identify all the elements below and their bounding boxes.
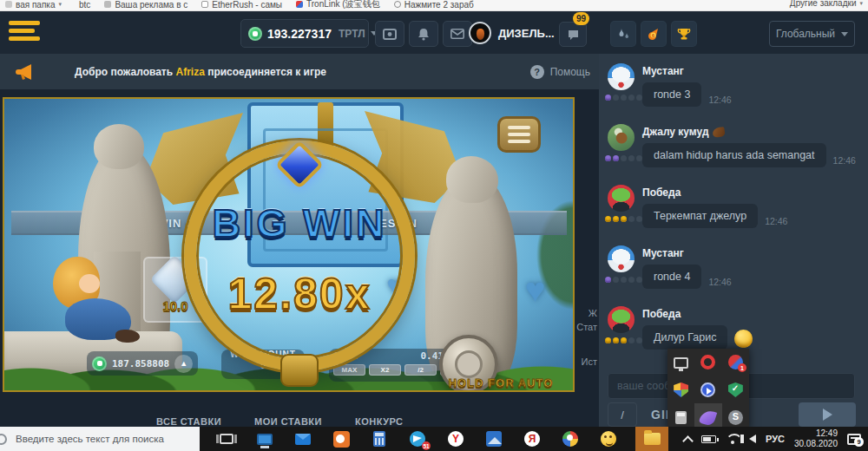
contest-button[interactable]: [671, 21, 697, 47]
taskbar-app-palette[interactable]: [559, 427, 582, 451]
side-label: Ж: [562, 308, 597, 318]
slash-command-button[interactable]: /: [608, 402, 637, 427]
rain-button[interactable]: [610, 21, 636, 47]
taskbar-search[interactable]: [0, 427, 200, 451]
tray-item-badged-app[interactable]: [722, 349, 749, 376]
tab-0[interactable]: ВСЕ СТАВКИ: [156, 416, 221, 427]
taskbar-app-video[interactable]: [330, 427, 352, 451]
taskbar-app-telegram[interactable]: 51: [406, 427, 429, 451]
rank-badge-dim: [621, 277, 627, 283]
chat-time: 12:46: [708, 95, 731, 107]
language-indicator[interactable]: РУС: [766, 434, 785, 444]
taskbar-app-taskview[interactable]: [215, 427, 238, 451]
taskbar-app-explorer[interactable]: [635, 427, 668, 451]
bet-MAX-button[interactable]: MAX: [333, 364, 365, 376]
rank-badges: [605, 216, 642, 222]
bet-div2-button[interactable]: /2: [404, 364, 437, 376]
folder-favicon: [5, 1, 12, 8]
laughing-emoji: [734, 330, 753, 348]
bookmark-item[interactable]: вая папка▾: [5, 0, 62, 10]
bookmark-item[interactable]: btc: [76, 0, 90, 10]
speaker-icon[interactable]: [749, 435, 756, 443]
user-avatar[interactable]: [608, 124, 635, 151]
vault-button[interactable]: [375, 21, 404, 47]
tray-item-green-shield[interactable]: [722, 376, 749, 404]
rank-badge-lit: [605, 95, 611, 101]
chat-toggle-button[interactable]: [559, 22, 587, 47]
tray-item-monitor[interactable]: [667, 349, 694, 376]
tab-2[interactable]: КОНКУРС: [355, 416, 404, 427]
tray-item-media-player[interactable]: [694, 376, 721, 404]
windows-taskbar: 51YЯ РУС 12:49 30.08.2020 9: [0, 427, 868, 451]
balance-selector[interactable]: 193.227317 ТРТЛ: [240, 19, 369, 48]
trophy-icon: [677, 28, 691, 41]
bookmark-item[interactable]: TronLink (波宝钱包: [296, 0, 380, 10]
taskbar-app-photos[interactable]: [483, 427, 505, 451]
character-girl-face: [79, 274, 100, 293]
chat-username[interactable]: Мустанг: [642, 65, 861, 77]
ad-favicon: [104, 1, 111, 8]
horse-emoji: [712, 127, 725, 138]
tab-1[interactable]: МОИ СТАВКИ: [254, 416, 322, 427]
taskbar-app-comp[interactable]: [253, 427, 276, 451]
game-menu-button[interactable]: [497, 116, 541, 153]
chat-message-left: [604, 245, 642, 295]
tray-item-defender[interactable]: [667, 376, 694, 404]
rank-badge-dim: [628, 277, 635, 283]
user-avatar[interactable]: [608, 63, 635, 90]
chat-message-body: Победа Теркемпат джелур 12:46: [642, 185, 861, 234]
chat-username[interactable]: Победа: [642, 186, 861, 199]
announcement-player-name: Afriza: [175, 66, 204, 78]
user-avatar[interactable]: [608, 245, 635, 272]
taskbar-app-calc[interactable]: [368, 427, 391, 451]
rank-badge-lit: [613, 337, 619, 343]
notification-badge: 9: [854, 437, 864, 447]
deposit-arrow-button[interactable]: ▲: [174, 355, 193, 373]
user-avatar[interactable]: [608, 306, 635, 333]
menu-hamburger-button[interactable]: [9, 21, 40, 43]
taskbar-app-smiley[interactable]: [597, 427, 620, 451]
battery-icon[interactable]: [701, 435, 716, 443]
mail-icon: [295, 434, 311, 445]
messages-button[interactable]: [443, 21, 472, 47]
badged-app-icon: [728, 355, 743, 369]
user-avatar[interactable]: [608, 185, 635, 212]
taskbar-apps: 51YЯ: [215, 427, 668, 451]
bookmark-item[interactable]: EtherRush - самы: [201, 0, 282, 10]
rank-badge-dim: [628, 216, 635, 222]
yabro-icon: Я: [524, 431, 540, 447]
fireball-button[interactable]: 6: [641, 21, 667, 47]
chat-username[interactable]: Победа: [642, 308, 861, 320]
chat-messages: Мустанг ronde 3 12:46 Джалу кумуд dalam …: [599, 54, 868, 367]
chat-message-body: Мустанг ronde 4 12:46: [642, 245, 861, 295]
envelope-icon: [450, 29, 464, 39]
taskbar-search-input[interactable]: [16, 434, 194, 444]
taskbar-app-mail[interactable]: [292, 427, 314, 451]
help-button[interactable]: ? Помощь: [530, 65, 590, 79]
taskbar-app-yandex[interactable]: Y: [444, 427, 467, 451]
send-message-button[interactable]: [799, 402, 856, 427]
notifications-button[interactable]: [409, 21, 438, 47]
notification-center-icon[interactable]: 9: [847, 434, 861, 445]
chat-message-left: [604, 63, 642, 113]
taskbar-clock[interactable]: 12:49 30.08.2020: [794, 428, 838, 450]
chat-username[interactable]: Мустанг: [642, 247, 861, 259]
side-label: Стат: [562, 322, 597, 332]
wifi-icon[interactable]: [726, 434, 740, 444]
bookmark-item[interactable]: Ваша реклама в с: [104, 0, 187, 10]
other-bookmarks[interactable]: Другие закладки ▾: [790, 0, 863, 8]
tray-item-opera[interactable]: [694, 349, 721, 376]
chat-room-selector[interactable]: Глобальный: [769, 21, 855, 47]
bookmark-item[interactable]: Нажмите 2 зараб: [394, 0, 474, 10]
taskbar-app-yabro[interactable]: Я: [521, 427, 543, 451]
bet-X2-button[interactable]: X2: [369, 364, 401, 376]
chat-bubble: Дилур Гарис: [642, 325, 727, 350]
help-label: Помощь: [550, 66, 590, 78]
video-icon: [333, 431, 350, 448]
chat-time: 12:46: [765, 216, 787, 228]
character-girl-boot: [115, 330, 140, 343]
chat-username[interactable]: Джалу кумуд: [642, 126, 861, 138]
tray-expand-icon[interactable]: [682, 435, 694, 447]
user-menu[interactable]: ДИЗЕЛЬ...: [469, 22, 569, 44]
media-player-icon: [700, 382, 715, 397]
